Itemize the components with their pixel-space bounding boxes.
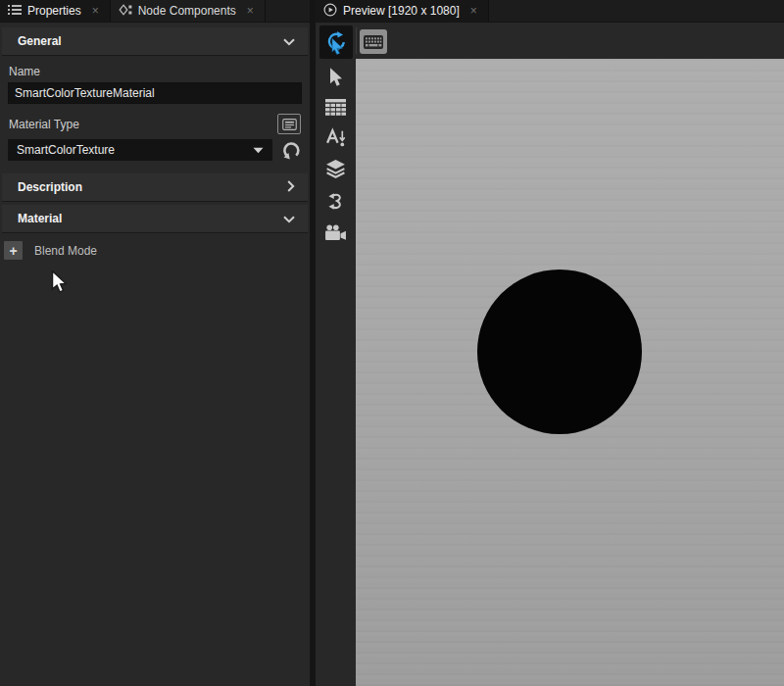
close-icon[interactable]: ×: [244, 5, 257, 18]
connections-icon: [324, 190, 347, 213]
section-title: Material: [18, 212, 62, 225]
tab-label: Properties: [27, 4, 81, 18]
property-editor-button[interactable]: [277, 114, 301, 134]
name-input[interactable]: [8, 82, 302, 104]
preview-viewport[interactable]: [356, 59, 784, 686]
tab-label: Preview [1920 x 1080]: [343, 4, 460, 18]
revert-button[interactable]: [280, 139, 302, 161]
dropdown-value: SmartColorTexture: [17, 143, 115, 157]
dropdown-arrow-icon: [253, 143, 264, 157]
select-tool-button[interactable]: [319, 67, 353, 87]
material-type-dropdown[interactable]: SmartColorTexture: [8, 139, 272, 161]
chevron-down-icon: [283, 210, 295, 227]
camera-tool-button[interactable]: [319, 224, 353, 241]
keyboard-icon: [364, 35, 383, 49]
grid-tool-button[interactable]: [319, 99, 353, 116]
tab-preview[interactable]: Preview [1920 x 1080] ×: [316, 0, 489, 22]
scene-sphere-node[interactable]: [477, 270, 642, 434]
chevron-down-icon: [283, 32, 295, 50]
blend-mode-label: Blend Mode: [34, 244, 97, 258]
text-metrics-icon: [325, 127, 347, 148]
preview-pane: Preview [1920 x 1080] ×: [316, 0, 784, 686]
section-header-description[interactable]: Description: [2, 173, 308, 202]
property-editor-icon: [282, 119, 297, 130]
tab-node-components[interactable]: Node Components ×: [111, 0, 266, 22]
section-header-material[interactable]: Material: [2, 205, 308, 233]
close-icon[interactable]: ×: [89, 5, 102, 18]
component-diamond-icon: [119, 3, 132, 20]
chevron-right-icon: [287, 178, 295, 196]
interact-cursor-icon: [323, 30, 348, 55]
list-icon: [8, 4, 22, 19]
mouse-cursor-icon: [51, 270, 68, 299]
tab-label: Node Components: [138, 4, 236, 18]
properties-panel-body: General Name Material Type SmartColorTex…: [0, 23, 310, 686]
toolbar-separator: [356, 27, 357, 54]
properties-pane: Properties × Node Components × General N…: [0, 0, 310, 686]
section-title: General: [18, 34, 62, 48]
left-tabbar: Properties × Node Components ×: [0, 0, 310, 23]
connections-tool-button[interactable]: [319, 190, 353, 213]
name-label: Name: [9, 65, 310, 78]
select-arrow-icon: [328, 67, 344, 87]
preview-tabbar: Preview [1920 x 1080] ×: [316, 0, 784, 23]
preview-tool-column: [316, 23, 356, 686]
grid-icon: [325, 99, 346, 116]
text-metrics-tool-button[interactable]: [319, 127, 353, 148]
video-camera-icon: [324, 224, 347, 241]
close-icon[interactable]: ×: [467, 5, 480, 18]
play-circle-icon: [323, 3, 337, 20]
section-header-general[interactable]: General: [2, 27, 308, 56]
section-title: Description: [18, 180, 82, 194]
material-type-label: Material Type: [9, 118, 79, 131]
layers-icon: [324, 159, 347, 179]
revert-arrow-icon: [282, 141, 301, 160]
keyboard-tool-button[interactable]: [360, 29, 387, 54]
layers-tool-button[interactable]: [319, 159, 353, 179]
tab-properties[interactable]: Properties ×: [0, 0, 111, 22]
application-window: Properties × Node Components × General N…: [0, 0, 784, 686]
add-property-button[interactable]: +: [4, 241, 23, 260]
interact-tool-button[interactable]: [319, 25, 353, 59]
